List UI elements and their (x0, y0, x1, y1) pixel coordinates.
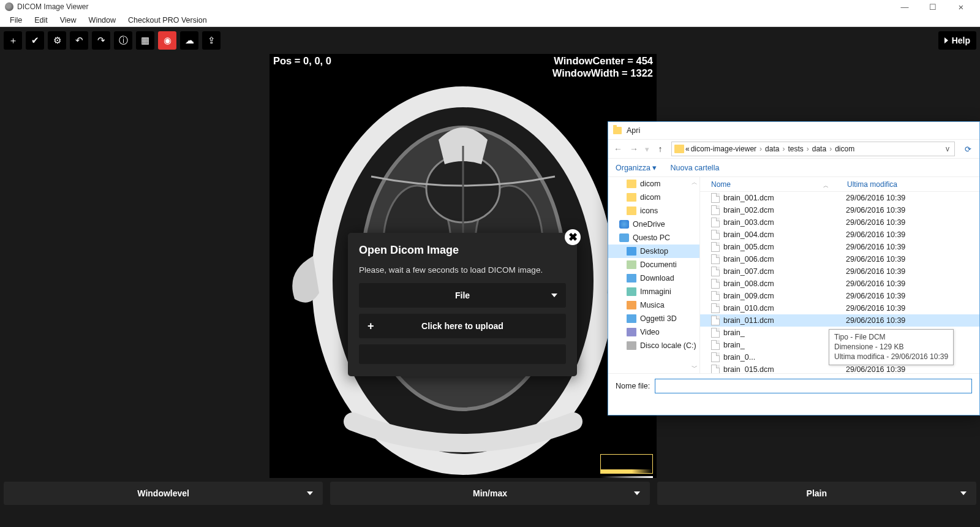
file-name: brain_0... (723, 353, 846, 362)
breadcrumb-item[interactable]: tests (788, 145, 803, 153)
organize-menu[interactable]: Organizza ▾ (616, 163, 657, 172)
tree-item-label: dicom (640, 180, 660, 188)
file-date: 29/06/2016 10:39 (846, 255, 979, 264)
canvas-area: Pos = 0, 0, 0 WindowCenter = 454 WindowW… (0, 54, 980, 478)
file-row[interactable]: brain_008.dcm29/06/2016 10:39 (700, 278, 979, 290)
tree-item[interactable]: Oggetti 3D (608, 312, 699, 325)
tree-item[interactable]: Desktop (608, 245, 699, 258)
tree-item-label: dicom (640, 193, 660, 202)
nav-back-button[interactable]: ← (613, 144, 623, 154)
refresh-button[interactable]: ⟳ (961, 142, 974, 156)
disk-icon (627, 341, 636, 350)
file-row[interactable]: brain_007.dcm29/06/2016 10:39 (700, 265, 979, 278)
file-icon (711, 303, 720, 313)
nav-forward-button[interactable]: → (629, 144, 639, 154)
grid-button[interactable]: ▦ (136, 31, 154, 50)
file-name: brain_010.dcm (723, 304, 846, 313)
tree-item[interactable]: dicom (608, 177, 699, 191)
scroll-down-icon[interactable]: ﹀ (691, 363, 698, 372)
window-title: DICOM Image Viewer (17, 2, 88, 11)
tree-item-label: Video (640, 328, 660, 336)
breadcrumb[interactable]: « dicom-image-viewer› data› tests› data›… (671, 142, 955, 156)
file-row[interactable]: brain_002.dcm29/06/2016 10:39 (700, 204, 979, 216)
selector-windowlevel[interactable]: Windowlevel (4, 482, 323, 505)
menu-checkout-pro[interactable]: Checkout PRO Version (122, 15, 213, 26)
menu-file[interactable]: File (4, 15, 28, 26)
selector-minmax[interactable]: Min/max (330, 482, 649, 505)
modal-message: Please, wait a few seconds to load DICOM… (359, 265, 566, 275)
tree-item[interactable]: Video (608, 325, 699, 339)
tree-item-label: Immagini (640, 287, 671, 296)
file-date: 29/06/2016 10:39 (846, 316, 979, 325)
tree-item[interactable]: Documenti (608, 258, 699, 271)
new-folder-button[interactable]: Nuova cartella (670, 164, 719, 172)
obj3d-icon (627, 314, 636, 323)
file-icon (711, 218, 720, 227)
breadcrumb-item[interactable]: data (812, 145, 826, 153)
scroll-up-icon[interactable]: ︿ (691, 178, 698, 187)
menu-view[interactable]: View (54, 15, 83, 26)
dialog-title: Apri (627, 126, 640, 135)
filename-input[interactable] (655, 379, 972, 393)
undo-button[interactable]: ↶ (70, 31, 88, 50)
minimize-button[interactable]: — (891, 0, 919, 13)
file-name: brain_005.dcm (723, 243, 846, 251)
add-button[interactable]: ＋ (4, 31, 22, 50)
nav-up-button[interactable]: ↑ (655, 144, 665, 154)
close-window-button[interactable]: × (947, 0, 975, 13)
tree-item[interactable]: Musica (608, 298, 699, 312)
tree-item[interactable]: Questo PC (608, 231, 699, 245)
download-icon (627, 274, 636, 282)
info-button[interactable]: ⓘ (114, 31, 132, 50)
file-row[interactable]: brain_001.dcm29/06/2016 10:39 (700, 192, 979, 204)
tree-item[interactable]: Disco locale (C:) (608, 339, 699, 352)
selector-label: Min/max (473, 488, 507, 498)
file-row[interactable]: brain_003.dcm29/06/2016 10:39 (700, 216, 979, 229)
file-row[interactable]: brain_011.dcm29/06/2016 10:39 (700, 314, 979, 327)
tree-item[interactable]: dicom (608, 191, 699, 204)
file-icon (711, 205, 720, 215)
breadcrumb-item[interactable]: dicom (835, 145, 854, 153)
menu-edit[interactable]: Edit (28, 15, 54, 26)
file-row[interactable]: brain_004.dcm29/06/2016 10:39 (700, 229, 979, 241)
column-date[interactable]: Ultima modifica (847, 180, 979, 189)
tree-item-label: OneDrive (633, 220, 665, 229)
tree-item[interactable]: OneDrive (608, 218, 699, 231)
check-button[interactable]: ✔ (26, 31, 44, 50)
modal-close-button[interactable]: ✖ (565, 229, 581, 245)
breadcrumb-item[interactable]: dicom-image-viewer (691, 145, 756, 153)
file-row[interactable]: brain_005.dcm29/06/2016 10:39 (700, 241, 979, 253)
help-button[interactable]: Help (938, 31, 976, 50)
windowwidth-overlay: WindowWidth = 1322 (552, 67, 653, 79)
folder-icon (627, 180, 636, 188)
tree-item[interactable]: icons (608, 204, 699, 218)
breadcrumb-item[interactable]: data (765, 145, 779, 153)
file-type-selector[interactable]: File (359, 283, 566, 308)
histogram-box (600, 454, 653, 474)
settings-button[interactable]: ⚙ (48, 31, 66, 50)
dialog-titlebar: Apri (608, 122, 979, 139)
dialog-file-list[interactable]: Nome︿ Ultima modifica brain_001.dcm29/06… (700, 177, 979, 373)
cloud-button[interactable]: ☁ (180, 31, 198, 50)
menu-window[interactable]: Window (83, 15, 122, 26)
redo-button[interactable]: ↷ (92, 31, 110, 50)
file-icon (711, 230, 720, 240)
tree-item[interactable]: Download (608, 271, 699, 285)
dialog-toolbar: Organizza ▾ Nuova cartella (608, 159, 979, 177)
dialog-nav: ← → ▾ ↑ « dicom-image-viewer› data› test… (608, 139, 979, 159)
tree-item-label: Musica (640, 301, 665, 309)
record-button[interactable]: ◉ (158, 31, 176, 50)
column-name[interactable]: Nome︿ (700, 180, 847, 189)
maximize-button[interactable]: ☐ (919, 0, 947, 13)
bottom-bar: Windowlevel Min/max Plain (0, 478, 980, 509)
export-button[interactable]: ⇪ (202, 31, 221, 50)
upload-button[interactable]: + Click here to upload (359, 314, 566, 338)
dialog-tree[interactable]: ︿ ﹀ dicomdicomiconsOneDriveQuesto PCDesk… (608, 177, 700, 373)
tree-item[interactable]: Immagini (608, 285, 699, 298)
breadcrumb-item[interactable]: « (685, 145, 690, 153)
file-row[interactable]: brain_009.dcm29/06/2016 10:39 (700, 290, 979, 302)
file-row[interactable]: brain_006.dcm29/06/2016 10:39 (700, 253, 979, 265)
file-row[interactable]: brain_010.dcm29/06/2016 10:39 (700, 302, 979, 314)
doc-icon (627, 260, 636, 269)
selector-plain[interactable]: Plain (657, 482, 976, 505)
